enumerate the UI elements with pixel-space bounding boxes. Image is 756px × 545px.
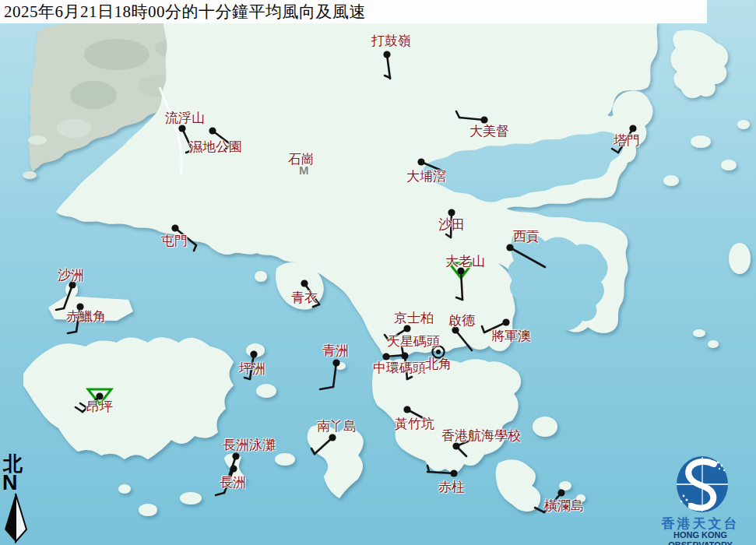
cheung-chau-beach-label: 長洲泳灘 xyxy=(223,436,276,454)
green-island-label: 青洲 xyxy=(322,342,349,360)
tap-mun-label: 塔門 xyxy=(614,132,640,149)
stanley-label: 赤柱 xyxy=(438,478,465,496)
island-shek-kwu-chau xyxy=(275,453,295,466)
island-ma-wan xyxy=(255,271,267,282)
hko-name-cn: 香港天文台 xyxy=(645,517,756,530)
north-label-en: N xyxy=(1,473,32,492)
tuen-mun-station-dot xyxy=(171,224,178,231)
green-island-station-dot xyxy=(332,359,339,366)
wong-chuk-hang-label: 黃竹坑 xyxy=(395,415,434,433)
island-waglan xyxy=(559,481,571,490)
ngong-ping-label: 昂坪 xyxy=(86,398,113,416)
tsing-yi-label: 青衣 xyxy=(291,289,318,307)
island-ninepin-2 xyxy=(708,340,719,348)
tsing-yi-station-dot xyxy=(301,280,308,287)
sai-kung-label: 西貢 xyxy=(513,227,540,245)
island-ne-1 xyxy=(691,135,711,148)
islet-deep-bay-2 xyxy=(23,171,37,179)
hko-name-en: HONG KONG OBSERVATORY xyxy=(645,530,756,545)
ta-kwu-ling-station-dot xyxy=(383,51,390,58)
peng-chau-label: 坪洲 xyxy=(239,360,265,378)
island-ninepin-1 xyxy=(693,329,705,337)
tai-po-kau-label: 大埔滘 xyxy=(406,167,446,185)
kings-park-label: 京士柏 xyxy=(394,309,434,327)
sha-chau-label: 沙洲 xyxy=(58,266,84,284)
island-ne-2 xyxy=(721,160,737,171)
wong-chuk-hang-station-dot xyxy=(403,406,410,413)
ta-kwu-ling-label: 打鼓嶺 xyxy=(371,32,411,50)
island-east-edge xyxy=(729,243,751,274)
tai-mei-tuk-label: 大美督 xyxy=(469,122,509,140)
tseung-kwan-o-label: 將軍澳 xyxy=(491,327,531,345)
island-tung-lung xyxy=(533,417,557,437)
island-ne-3 xyxy=(737,120,750,129)
chek-lap-kok-label: 赤鱲角 xyxy=(66,308,106,325)
sha-tin-label: 沙田 xyxy=(438,216,465,234)
tates-cairn-label: 大老山 xyxy=(445,252,485,270)
cheung-chau-station-dot xyxy=(230,465,237,472)
islet-deep-bay-1 xyxy=(28,135,47,145)
lau-fau-shan-label: 流浮山 xyxy=(165,109,205,127)
island-hei-ling-chau xyxy=(256,384,276,398)
tai-po-kau-station-dot xyxy=(417,158,424,165)
stanley-station-dot xyxy=(450,469,457,476)
tseung-kwan-o-station-dot xyxy=(502,318,509,325)
wetland-park-label: 濕地公園 xyxy=(189,138,242,156)
kai-tak-label: 啟德 xyxy=(448,311,475,329)
island-port xyxy=(663,175,679,186)
central-pier-label: 中環碼頭 xyxy=(373,359,426,377)
north-arrow-icon xyxy=(1,492,32,543)
shek-kong-status: M xyxy=(299,164,309,177)
peng-chau-station-dot xyxy=(250,350,257,357)
cheung-chau-label: 長洲 xyxy=(220,473,246,491)
lamma-island-label: 南丫島 xyxy=(317,417,357,435)
island-soko xyxy=(118,484,131,494)
map-title: 2025年6月21日18時00分的十分鐘平均風向及風速 xyxy=(0,1,366,23)
wind-map-page: 2025年6月21日18時00分的十分鐘平均風向及風速 北 N 香港天文台 HO… xyxy=(0,0,756,545)
hko-logo-icon xyxy=(645,452,756,514)
island-tai-a-chau xyxy=(139,504,157,516)
star-ferry-label: 天星碼頭 xyxy=(387,332,440,350)
island-siu-a-chau xyxy=(180,492,202,505)
hko-logo: 香港天文台 HONG KONG OBSERVATORY xyxy=(645,452,756,545)
waglan-island-station-dot xyxy=(557,489,564,496)
north-indicator: 北 N xyxy=(1,455,32,545)
north-point-label: 北角 xyxy=(425,355,452,373)
waglan-island-label: 橫瀾島 xyxy=(544,497,584,515)
title-bar: 2025年6月21日18時00分的十分鐘平均風向及風速 xyxy=(0,0,707,23)
hk-sea-school-label: 香港航海學校 xyxy=(441,427,521,445)
wetland-park-station-dot xyxy=(209,127,216,134)
tuen-mun-label: 屯門 xyxy=(161,232,188,250)
map-svg xyxy=(0,0,756,545)
